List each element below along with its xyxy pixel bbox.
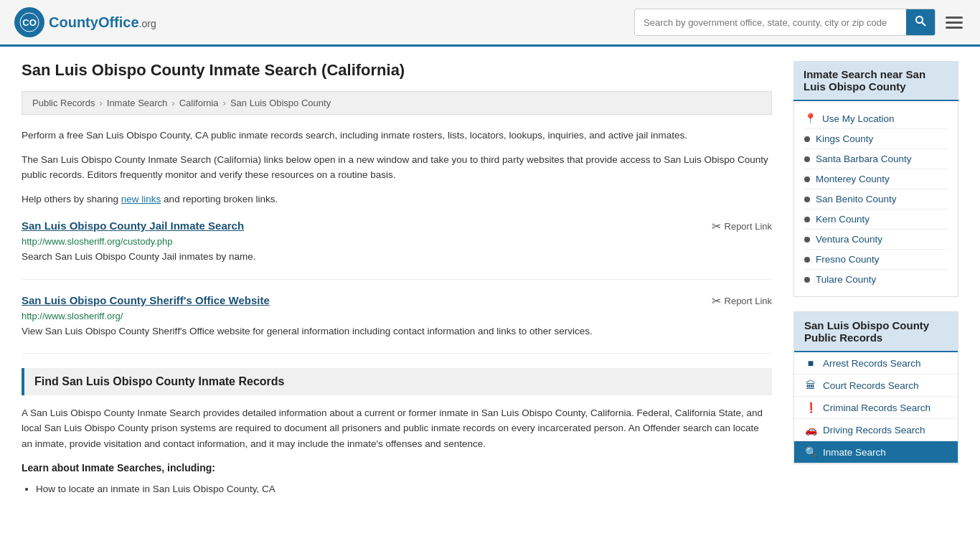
link-desc-sheriff: View San Luis Obispo County Sheriff's Of…	[22, 324, 772, 339]
driving-icon: 🚗	[804, 424, 817, 435]
find-section-heading: Find San Luis Obispo County Inmate Recor…	[22, 368, 772, 395]
desc-paragraph-1: Perform a free San Luis Obispo County, C…	[22, 128, 772, 143]
description: Perform a free San Luis Obispo County, C…	[22, 128, 772, 207]
sidebar-pub-records-title: San Luis Obispo County Public Records	[794, 312, 958, 352]
desc-paragraph-3: Help others by sharing new links and rep…	[22, 192, 772, 207]
dot-icon	[804, 257, 810, 263]
dot-icon	[804, 277, 810, 283]
find-section-body: A San Luis Obispo County Inmate Search p…	[22, 405, 772, 452]
link-card-sheriff: San Luis Obispo County Sheriff's Office …	[22, 294, 772, 354]
sidebar-nearby-box: Inmate Search near San Luis Obispo Count…	[793, 61, 958, 297]
main-container: San Luis Obispo County Inmate Search (Ca…	[0, 47, 980, 512]
breadcrumb-inmate-search[interactable]: Inmate Search	[107, 98, 168, 108]
link-desc-jail: Search San Luis Obispo County Jail inmat…	[22, 250, 772, 264]
pub-record-inmate[interactable]: 🔍 Inmate Search	[794, 441, 958, 463]
logo-text: CountyOffice.org	[49, 14, 156, 31]
pub-record-driving[interactable]: 🚗 Driving Records Search	[794, 419, 958, 441]
link-cards: San Luis Obispo County Jail Inmate Searc…	[22, 220, 772, 354]
sidebar-link-tulare[interactable]: Tulare County	[804, 270, 948, 289]
dot-icon	[804, 156, 810, 162]
inmate-icon: 🔍	[804, 446, 817, 458]
svg-point-2	[916, 17, 923, 23]
link-card-jail-search: San Luis Obispo County Jail Inmate Searc…	[22, 220, 772, 279]
report-icon: ✂	[712, 220, 721, 233]
svg-text:CO: CO	[22, 17, 37, 28]
dot-icon	[804, 176, 810, 182]
sidebar-nearby-content: 📍 Use My Location Kings County Santa Bar…	[793, 101, 958, 297]
sidebar: Inmate Search near San Luis Obispo Count…	[793, 61, 958, 498]
search-input[interactable]	[635, 11, 906, 34]
new-links-link[interactable]: new links	[121, 194, 161, 204]
sidebar-public-records-box: San Luis Obispo County Public Records ■ …	[793, 311, 958, 464]
page-title: San Luis Obispo County Inmate Search (Ca…	[22, 61, 772, 80]
arrest-icon: ■	[804, 357, 817, 369]
dot-icon	[804, 237, 810, 242]
breadcrumb-current: San Luis Obispo County	[230, 98, 331, 108]
pub-record-court[interactable]: 🏛 Court Records Search	[794, 375, 958, 397]
search-button[interactable]	[906, 9, 935, 35]
find-section-bullets: How to locate an inmate in San Luis Obis…	[36, 481, 772, 498]
dot-icon	[804, 217, 810, 222]
link-url-jail[interactable]: http://www.slosheriff.org/custody.php	[22, 236, 772, 247]
logo-icon: CO	[14, 7, 44, 37]
breadcrumb: Public Records › Inmate Search › Califor…	[22, 91, 772, 115]
sidebar-link-fresno[interactable]: Fresno County	[804, 250, 948, 270]
sidebar-nearby-title: Inmate Search near San Luis Obispo Count…	[793, 61, 958, 101]
criminal-icon: ❗	[804, 402, 817, 413]
header: CO CountyOffice.org	[0, 0, 980, 47]
bullet-item-0: How to locate an inmate in San Luis Obis…	[36, 481, 772, 498]
logo-area: CO CountyOffice.org	[14, 7, 156, 37]
sidebar-use-location[interactable]: 📍 Use My Location	[804, 108, 948, 129]
breadcrumb-public-records[interactable]: Public Records	[32, 98, 95, 108]
location-pin-icon: 📍	[804, 113, 816, 124]
sidebar-link-kings[interactable]: Kings County	[804, 129, 948, 149]
report-link-button-jail[interactable]: ✂ Report Link	[712, 220, 772, 233]
pub-record-criminal[interactable]: ❗ Criminal Records Search	[794, 397, 958, 419]
sidebar-link-san-benito[interactable]: San Benito County	[804, 189, 948, 209]
report-icon-2: ✂	[712, 294, 721, 308]
dot-icon	[804, 197, 810, 202]
search-bar	[634, 9, 936, 36]
pub-record-arrest[interactable]: ■ Arrest Records Search	[794, 352, 958, 375]
breadcrumb-california[interactable]: California	[179, 98, 219, 108]
link-url-sheriff[interactable]: http://www.slosheriff.org/	[22, 311, 772, 321]
main-content: San Luis Obispo County Inmate Search (Ca…	[22, 61, 772, 498]
report-link-button-sheriff[interactable]: ✂ Report Link	[712, 294, 772, 308]
court-icon: 🏛	[804, 380, 817, 391]
sidebar-link-kern[interactable]: Kern County	[804, 209, 948, 230]
desc-paragraph-2: The San Luis Obispo County Inmate Search…	[22, 152, 772, 183]
find-section: Find San Luis Obispo County Inmate Recor…	[22, 368, 772, 498]
link-card-title-jail[interactable]: San Luis Obispo County Jail Inmate Searc…	[22, 220, 244, 232]
sidebar-link-ventura[interactable]: Ventura County	[804, 230, 948, 250]
svg-line-3	[922, 22, 925, 26]
dot-icon	[804, 136, 810, 142]
sidebar-link-monterey[interactable]: Monterey County	[804, 169, 948, 189]
header-right	[634, 9, 966, 36]
link-card-title-sheriff[interactable]: San Luis Obispo County Sheriff's Office …	[22, 294, 270, 306]
hamburger-menu-button[interactable]	[943, 14, 966, 32]
find-section-sub-heading: Learn about Inmate Searches, including:	[22, 462, 772, 474]
sidebar-link-santa-barbara[interactable]: Santa Barbara County	[804, 149, 948, 169]
